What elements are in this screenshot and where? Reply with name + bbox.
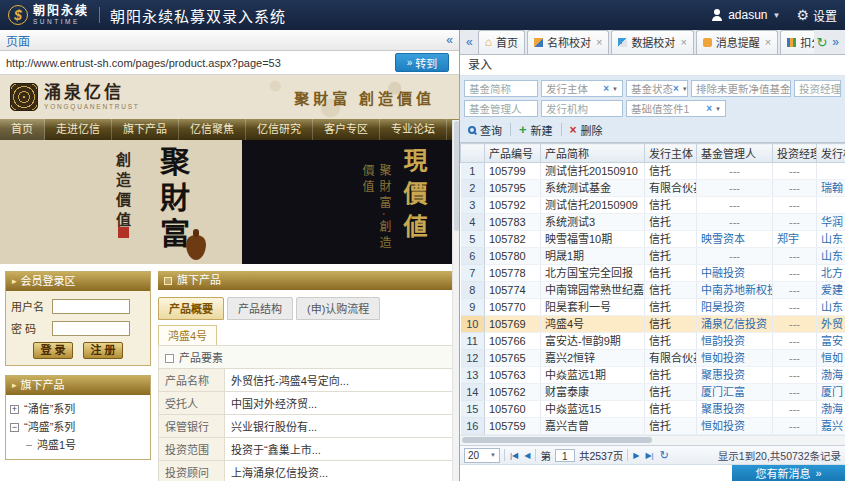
- site-nav-item[interactable]: 亿信研究: [246, 119, 313, 140]
- clear-filter-icon[interactable]: ×: [603, 83, 609, 94]
- table-row[interactable]: 3105792测试信托20150909信托------: [461, 197, 845, 214]
- fund-status-filter[interactable]: 基金状态×▼: [626, 80, 688, 97]
- table-row[interactable]: 15105760中焱蓝远15信托聚惠投资---渤海: [461, 401, 845, 418]
- expand-message-icon: »: [815, 467, 821, 479]
- tree-item[interactable]: 鸿盛1号: [10, 436, 146, 454]
- tab-home[interactable]: ⌂首页: [478, 30, 525, 54]
- column-header[interactable]: 基金管理人: [697, 144, 773, 163]
- fund-short-name-filter[interactable]: 基金简称: [464, 80, 538, 97]
- site-logo-cn: 涌泉亿信: [44, 84, 140, 101]
- username-input[interactable]: [52, 299, 130, 314]
- page-size-select[interactable]: 20 ▼: [464, 448, 500, 463]
- product-tab[interactable]: 产品概要: [158, 297, 224, 320]
- close-tab-icon[interactable]: ×: [596, 37, 602, 48]
- product-tab[interactable]: 产品结构: [227, 297, 293, 320]
- table-row[interactable]: 11105766富安达-恒韵9期信托恒韵投资---富安: [461, 333, 845, 350]
- column-header[interactable]: 产品编号: [485, 144, 541, 163]
- scrollbar-thumb[interactable]: [462, 437, 652, 443]
- tab-deduction-stats[interactable]: 扣分情况统计×: [780, 30, 814, 54]
- exclude-stale-nav-filter[interactable]: 排除未更新净值基金▼: [691, 80, 791, 97]
- gear-icon: ⚙: [796, 8, 809, 22]
- detail-row: 投资顾问上海涌泉亿信投资...: [159, 461, 454, 481]
- password-input[interactable]: [52, 321, 130, 336]
- detail-section-row: 产品要素: [159, 346, 454, 369]
- close-tab-icon[interactable]: ×: [765, 37, 771, 48]
- site-nav-item[interactable]: 客户专区: [313, 119, 380, 140]
- last-page-button[interactable]: ▶|: [644, 451, 654, 460]
- table-row[interactable]: 16105759嘉兴吉曾信托恒如投资---嘉兴: [461, 418, 845, 435]
- table-row[interactable]: 7105778北方国宝完全回报信托中融投资---北方: [461, 265, 845, 282]
- go-button[interactable]: »转到: [395, 53, 449, 72]
- close-tab-icon[interactable]: ×: [680, 37, 686, 48]
- left-panel-scrollbar[interactable]: [452, 120, 459, 481]
- table-row[interactable]: 13105763中焱蓝远1期信托聚惠投资---渤海: [461, 367, 845, 384]
- table-row[interactable]: 6105780明晟1期信托------山东: [461, 248, 845, 265]
- dropdown-caret-icon[interactable]: ▼: [715, 106, 721, 112]
- tree-item[interactable]: −“鸿盛”系列: [10, 418, 146, 436]
- collapse-left-panel-icon[interactable]: «: [446, 33, 453, 47]
- tab-scroll-right-icon[interactable]: »: [832, 35, 839, 49]
- horizontal-scrollbar[interactable]: [460, 435, 845, 445]
- tab-data-check[interactable]: 数据校对×: [611, 30, 693, 54]
- scrollbar-thumb[interactable]: [454, 121, 459, 231]
- home-icon: ⌂: [485, 38, 492, 47]
- column-header[interactable]: 发行主体: [645, 144, 697, 163]
- site-nav-item[interactable]: 走进亿信: [45, 119, 112, 140]
- new-message-button[interactable]: 您有新消息 »: [732, 465, 845, 481]
- checkbox-icon[interactable]: [165, 354, 174, 363]
- site-logo-en: YONGQUANENTRUST: [44, 104, 140, 111]
- register-button[interactable]: 注 册: [83, 342, 123, 359]
- row-number: 6: [461, 248, 485, 265]
- tab-name-proofread[interactable]: 名称校对×: [527, 30, 609, 54]
- column-header[interactable]: 投资经理: [773, 144, 817, 163]
- refresh-icon[interactable]: ↻: [816, 35, 827, 50]
- table-row[interactable]: 14105762财富泰康信托厦门汇富---厦门: [461, 384, 845, 401]
- tab-message-reminder[interactable]: 消息提醒×: [696, 30, 778, 54]
- table-row[interactable]: 4105783系统测试3信托------华润: [461, 214, 845, 231]
- table-row[interactable]: 1105799测试信托20150910信托------: [461, 163, 845, 180]
- prev-page-button[interactable]: ◀: [523, 451, 531, 460]
- page-number-input[interactable]: 1: [555, 449, 575, 462]
- fund-company-filter[interactable]: 基金管理人: [464, 100, 538, 117]
- site-nav-item[interactable]: 专业论坛: [380, 119, 447, 140]
- table-row[interactable]: 8105774中南锦园常熟世纪嘉城信托中南苏地新权投资---爱建: [461, 282, 845, 299]
- yongquan-logo-icon: [10, 83, 38, 111]
- table-row[interactable]: 12105765嘉兴2恒锌有限合伙基金恒如投资---恒如: [461, 350, 845, 367]
- new-button[interactable]: + 新建: [517, 122, 555, 138]
- delete-button[interactable]: × 删除: [568, 122, 605, 138]
- product-tab[interactable]: (申)认购流程: [296, 297, 380, 320]
- site-logo[interactable]: 涌泉亿信 YONGQUANENTRUST: [10, 83, 140, 111]
- url-input[interactable]: http://www.entrust-sh.com/pages/product.…: [6, 57, 395, 69]
- clear-filter-icon[interactable]: ×: [673, 83, 679, 94]
- site-nav-item[interactable]: 亿信聚焦: [179, 119, 246, 140]
- table-row[interactable]: 5105782映雪福雪10期信托映雪资本郑宇山东: [461, 231, 845, 248]
- login-button[interactable]: 登 录: [33, 342, 73, 359]
- column-header[interactable]: 发行机构: [817, 144, 845, 163]
- site-nav-item[interactable]: 首页: [0, 119, 45, 140]
- user-menu[interactable]: adasun ▼: [711, 8, 780, 22]
- first-page-button[interactable]: |◀: [509, 451, 519, 460]
- tab-scroll-left-icon[interactable]: «: [466, 35, 473, 49]
- expand-node-icon[interactable]: +: [10, 405, 19, 414]
- page-label: 第: [540, 448, 551, 463]
- login-box-header: ▸ 会员登录区: [6, 272, 150, 291]
- issuing-org-filter[interactable]: 发行机构: [541, 100, 623, 117]
- query-button[interactable]: 查询: [466, 122, 504, 138]
- subtab-hongsheng4[interactable]: 鸿盛4号: [158, 325, 217, 345]
- dropdown-caret-icon[interactable]: ▼: [612, 86, 618, 92]
- collapse-node-icon[interactable]: −: [10, 423, 19, 432]
- dropdown-caret-icon[interactable]: ▼: [682, 86, 688, 92]
- base-condition-filter[interactable]: 基础值签件1×▼: [626, 100, 726, 117]
- site-nav-item[interactable]: 旗下产品: [112, 119, 179, 140]
- table-row[interactable]: 9105770阳昊套利一号信托阳昊投资---山东: [461, 299, 845, 316]
- refresh-grid-icon[interactable]: ↻: [659, 449, 670, 462]
- clear-filter-icon[interactable]: ×: [706, 103, 712, 114]
- column-header[interactable]: 产品简称: [541, 144, 645, 163]
- issuer-filter[interactable]: 发行主体×▼: [541, 80, 623, 97]
- investment-manager-filter[interactable]: 投资经理: [794, 80, 841, 97]
- next-page-button[interactable]: ▶: [632, 451, 640, 460]
- table-row[interactable]: 10105769鸿盛4号信托涌泉亿信投资---外贸: [461, 316, 845, 333]
- tree-item[interactable]: +“涌信”系列: [10, 400, 146, 418]
- settings-button[interactable]: ⚙ 设置: [796, 7, 837, 24]
- table-row[interactable]: 2105795系统测试基金有限合伙基金------瑞翰: [461, 180, 845, 197]
